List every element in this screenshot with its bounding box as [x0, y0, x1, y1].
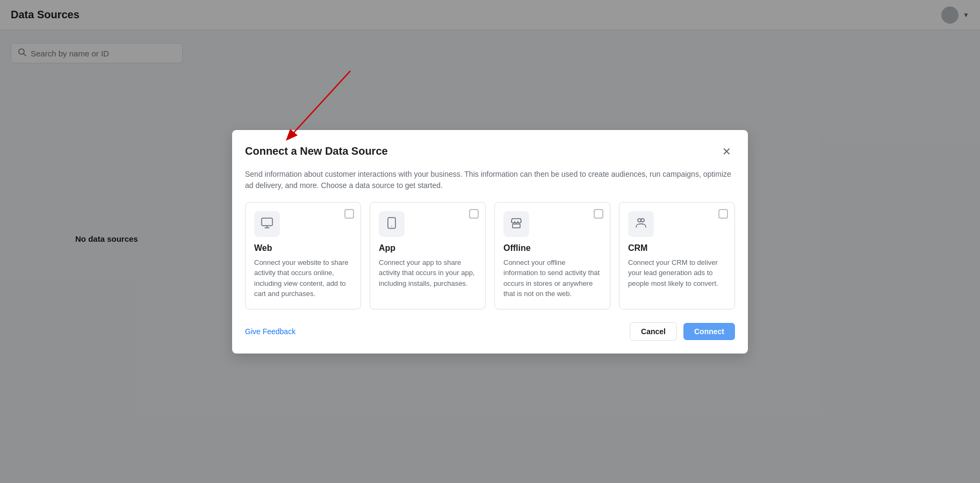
monitor-icon [261, 217, 273, 232]
crm-card-title: CRM [628, 243, 726, 253]
svg-rect-4 [262, 218, 272, 226]
web-card-description: Connect your website to share activity t… [254, 257, 352, 299]
web-card[interactable]: Web Connect your website to share activi… [245, 202, 361, 309]
crm-checkbox[interactable] [718, 209, 728, 219]
modal-footer: Give Feedback Cancel Connect [245, 322, 735, 341]
footer-actions: Cancel Connect [630, 322, 735, 341]
modal-overlay: Connect a New Data Source ✕ Send informa… [0, 0, 980, 483]
offline-card-title: Offline [503, 243, 601, 253]
close-icon: ✕ [722, 146, 731, 157]
tablet-icon [385, 217, 398, 232]
svg-line-2 [291, 71, 350, 135]
give-feedback-link[interactable]: Give Feedback [245, 327, 296, 336]
crm-icon-wrapper [628, 211, 654, 237]
app-card[interactable]: App Connect your app to share activity t… [370, 202, 486, 309]
svg-point-11 [641, 219, 644, 222]
cancel-button[interactable]: Cancel [630, 322, 677, 341]
crm-card[interactable]: CRM Connect your CRM to deliver your lea… [619, 202, 735, 309]
offline-checkbox[interactable] [594, 209, 603, 219]
annotation-arrow [264, 66, 372, 152]
data-source-cards: Web Connect your website to share activi… [245, 202, 735, 309]
modal-header: Connect a New Data Source ✕ [245, 143, 735, 160]
svg-marker-3 [286, 129, 298, 141]
store-icon [510, 217, 523, 232]
people-icon [635, 217, 647, 232]
web-icon-wrapper [254, 211, 280, 237]
svg-rect-7 [388, 218, 395, 228]
crm-card-description: Connect your CRM to deliver your lead ge… [628, 257, 726, 289]
svg-point-10 [638, 219, 641, 222]
modal-title: Connect a New Data Source [245, 145, 388, 157]
app-icon-wrapper [379, 211, 405, 237]
modal: Connect a New Data Source ✕ Send informa… [232, 130, 748, 354]
offline-card[interactable]: Offline Connect your offline information… [494, 202, 610, 309]
web-checkbox[interactable] [344, 209, 354, 219]
app-card-description: Connect your app to share activity that … [379, 257, 477, 289]
app-checkbox[interactable] [469, 209, 479, 219]
offline-card-description: Connect your offline information to send… [503, 257, 601, 299]
web-card-title: Web [254, 243, 352, 253]
close-button[interactable]: ✕ [718, 143, 735, 160]
modal-description: Send information about customer interact… [245, 169, 735, 191]
offline-icon-wrapper [503, 211, 529, 237]
page-background: Data Sources ▼ No data sources [0, 0, 980, 483]
app-card-title: App [379, 243, 477, 253]
connect-button[interactable]: Connect [683, 323, 735, 340]
svg-rect-9 [513, 224, 520, 228]
